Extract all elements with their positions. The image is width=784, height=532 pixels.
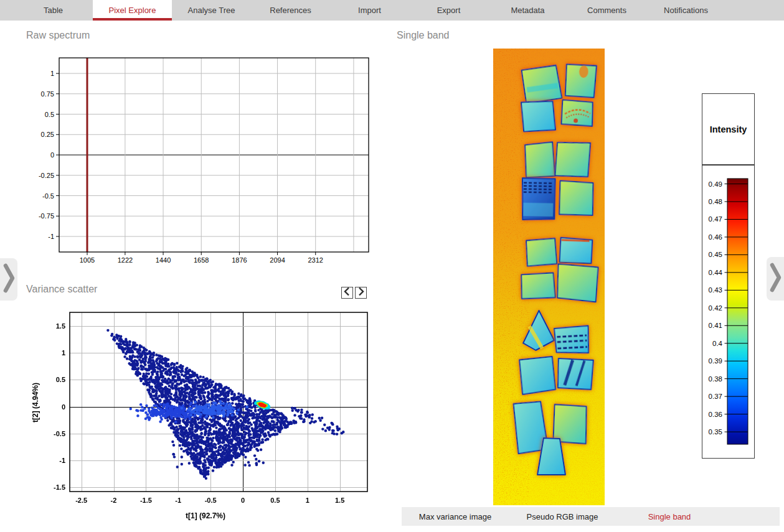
svg-text:0.47: 0.47 bbox=[709, 215, 722, 223]
svg-text:0.41: 0.41 bbox=[709, 322, 722, 329]
raw-spectrum-title: Raw spectrum bbox=[26, 30, 90, 41]
svg-text:0.39: 0.39 bbox=[709, 357, 722, 365]
single-band-svg bbox=[493, 49, 605, 505]
tab-label: Table bbox=[44, 6, 63, 15]
scatter-prev-button[interactable] bbox=[341, 287, 353, 299]
tab-comments[interactable]: Comments bbox=[567, 0, 646, 21]
scatter-x-axis-title: t[1] (92.7%) bbox=[143, 511, 268, 520]
svg-text:0.48: 0.48 bbox=[709, 198, 722, 205]
tab-label: Export bbox=[437, 6, 461, 15]
svg-text:0.42: 0.42 bbox=[709, 304, 722, 312]
svg-text:0.25: 0.25 bbox=[41, 131, 54, 138]
variance-scatter-title: Variance scatter bbox=[26, 284, 97, 295]
svg-text:0.5: 0.5 bbox=[45, 111, 54, 118]
sample-shape bbox=[524, 142, 555, 177]
chevron-right-icon bbox=[355, 286, 367, 300]
svg-text:-0.75: -0.75 bbox=[39, 212, 54, 220]
svg-text:0.36: 0.36 bbox=[709, 411, 722, 418]
next-view-button[interactable] bbox=[767, 257, 784, 301]
svg-text:0.45: 0.45 bbox=[709, 251, 722, 258]
chevron-right-icon bbox=[767, 256, 784, 302]
scatter-y-axis-title: t[2] (4.94%) bbox=[31, 356, 40, 449]
svg-text:0.43: 0.43 bbox=[709, 286, 722, 294]
sample-shape bbox=[559, 180, 594, 215]
svg-text:-1: -1 bbox=[48, 233, 54, 240]
svg-text:1876: 1876 bbox=[232, 256, 247, 264]
tab-label: References bbox=[270, 6, 311, 15]
svg-text:1658: 1658 bbox=[194, 256, 209, 264]
image-mode-single-band[interactable]: Single band bbox=[616, 507, 723, 526]
sample-shape bbox=[521, 273, 555, 299]
svg-text:0.38: 0.38 bbox=[709, 375, 722, 383]
variance-scatter-plot[interactable] bbox=[34, 306, 374, 527]
sample-shape bbox=[555, 141, 590, 178]
sample-shape bbox=[519, 357, 555, 394]
svg-text:0.4: 0.4 bbox=[712, 340, 723, 347]
tab-metadata[interactable]: Metadata bbox=[488, 0, 567, 21]
intensity-legend-title: Intensity bbox=[710, 124, 747, 134]
svg-text:1: 1 bbox=[50, 70, 54, 77]
svg-text:1222: 1222 bbox=[118, 256, 133, 264]
tab-pixel-explore[interactable]: Pixel Explore bbox=[93, 0, 172, 21]
sample-shape bbox=[525, 238, 557, 267]
tab-label: Analyse Tree bbox=[188, 6, 235, 15]
image-mode-tab-bar: Max variance imagePseudo RGB imageSingle… bbox=[402, 507, 780, 526]
sample-shape bbox=[522, 65, 562, 104]
tab-import[interactable]: Import bbox=[330, 0, 409, 21]
svg-text:0.46: 0.46 bbox=[709, 233, 722, 241]
tab-label: Metadata bbox=[511, 6, 544, 15]
tab-label: Import bbox=[358, 6, 381, 15]
sample-shape bbox=[559, 238, 592, 264]
svg-text:1440: 1440 bbox=[156, 256, 171, 264]
svg-text:0.35: 0.35 bbox=[709, 428, 722, 436]
sample-shape bbox=[554, 325, 590, 355]
top-tab-bar: TablePixel ExploreAnalyse TreeReferences… bbox=[0, 0, 784, 21]
sample-shape bbox=[521, 100, 555, 133]
single-band-title: Single band bbox=[397, 30, 450, 41]
variance-scatter-chart[interactable] bbox=[34, 306, 374, 527]
tab-label: Comments bbox=[587, 6, 626, 15]
svg-text:-0.25: -0.25 bbox=[39, 172, 54, 179]
intensity-colorbar-svg: 0.490.480.470.460.450.440.430.420.410.40… bbox=[702, 166, 754, 458]
svg-text:1005: 1005 bbox=[80, 256, 95, 264]
intensity-legend-title-box: Intensity bbox=[702, 93, 755, 165]
sample-shape bbox=[556, 264, 598, 302]
sample-shape bbox=[565, 64, 597, 98]
svg-text:0.44: 0.44 bbox=[709, 269, 723, 276]
previous-view-button[interactable] bbox=[0, 258, 17, 301]
tab-notifications[interactable]: Notifications bbox=[646, 0, 725, 21]
sample-shape bbox=[561, 100, 593, 126]
chevron-right-icon bbox=[0, 257, 17, 302]
active-tab-underline bbox=[93, 18, 172, 21]
image-mode-pseudo-rgb-image[interactable]: Pseudo RGB image bbox=[509, 507, 616, 526]
sample-shape bbox=[557, 358, 593, 390]
tab-table[interactable]: Table bbox=[14, 0, 93, 21]
svg-text:-0.5: -0.5 bbox=[42, 192, 54, 200]
raw-spectrum-chart[interactable]: 10.750.50.250-0.25-0.5-0.75-110051222144… bbox=[34, 53, 374, 268]
svg-text:0: 0 bbox=[50, 151, 54, 159]
svg-text:0.49: 0.49 bbox=[709, 180, 722, 188]
tab-label: Notifications bbox=[664, 6, 708, 15]
svg-text:2312: 2312 bbox=[308, 256, 323, 264]
tab-export[interactable]: Export bbox=[409, 0, 488, 21]
image-mode-max-variance-image[interactable]: Max variance image bbox=[402, 507, 509, 526]
svg-text:0.37: 0.37 bbox=[709, 393, 722, 400]
raw-spectrum-svg: 10.750.50.250-0.25-0.5-0.75-110051222144… bbox=[34, 53, 374, 268]
tab-label: Pixel Explore bbox=[109, 6, 156, 15]
sample-shape bbox=[522, 178, 555, 220]
scatter-next-button[interactable] bbox=[355, 287, 367, 299]
svg-text:2094: 2094 bbox=[270, 256, 285, 264]
tab-references[interactable]: References bbox=[251, 0, 330, 21]
single-band-image[interactable] bbox=[493, 49, 605, 505]
svg-text:0.75: 0.75 bbox=[41, 90, 54, 98]
chevron-left-icon bbox=[341, 286, 353, 300]
sample-shape bbox=[553, 404, 587, 444]
intensity-colorbar: 0.490.480.470.460.450.440.430.420.410.40… bbox=[702, 165, 755, 459]
tab-analyse-tree[interactable]: Analyse Tree bbox=[172, 0, 251, 21]
